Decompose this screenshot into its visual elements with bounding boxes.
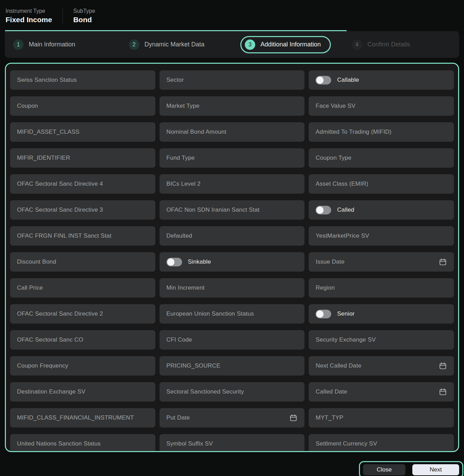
field-label: Defaulted — [166, 232, 192, 239]
toggle-switch[interactable] — [316, 206, 331, 214]
subtype-value: Bond — [73, 15, 95, 24]
text-field-admitted-to-trading-mifid[interactable]: Admitted To Trading (MIFID) — [309, 122, 454, 142]
field-label: European Union Sanction Status — [166, 310, 254, 317]
date-field-put-date[interactable]: Put Date — [160, 408, 305, 427]
date-field-next-called-date[interactable]: Next Called Date — [309, 356, 454, 376]
text-field-coupon-type[interactable]: Coupon Type — [309, 148, 454, 168]
text-field-coupon[interactable]: Coupon — [10, 96, 155, 116]
text-field-mifir-identifier[interactable]: MIFIR_IDENTIFIER — [10, 148, 155, 168]
text-field-region[interactable]: Region — [309, 278, 454, 298]
instrument-type-group: Instrument Type Fixed Income — [6, 8, 52, 24]
step-additional-information[interactable]: 3 Additional Information — [236, 36, 344, 53]
toggle-field-senior[interactable]: Senior — [309, 304, 454, 324]
text-field-sectoral-sanctioned-security[interactable]: Sectoral Sanctioned Security — [160, 382, 305, 402]
footer-button-group: Close Next — [359, 461, 463, 476]
text-field-destination-exchange-sv[interactable]: Destination Exchange SV — [10, 382, 155, 402]
field-label: Coupon Type — [316, 155, 351, 161]
calendar-icon[interactable] — [289, 414, 298, 422]
field-label: Next Called Date — [316, 362, 361, 369]
toggle-switch[interactable] — [166, 258, 182, 266]
calendar-icon[interactable] — [439, 388, 447, 396]
text-field-settlment-currency-sv[interactable]: Settlment Currency SV — [309, 434, 454, 452]
text-field-european-union-sanction-status[interactable]: European Union Sanction Status — [160, 304, 305, 324]
text-field-ofac-non-sdn-iranian-sanct-stat[interactable]: OFAC Non SDN Iranian Sanct Stat — [160, 200, 305, 220]
step-2-number: 2 — [129, 39, 139, 50]
field-label: Coupon Frequency — [17, 362, 68, 369]
text-field-discount-bond[interactable]: Discount Bond — [10, 252, 155, 272]
text-field-united-nations-sanction-status[interactable]: United Nations Sanction Status — [10, 434, 155, 452]
step-main-information[interactable]: 1 Main Information — [5, 39, 121, 50]
field-label: YestMarketPrice SV — [316, 232, 369, 239]
toggle-switch[interactable] — [316, 76, 331, 85]
text-field-ofac-sectoral-sanc-directive-4[interactable]: OFAC Sectoral Sanc Directive 4 — [10, 174, 155, 194]
step-3-number: 3 — [245, 39, 255, 50]
text-field-pricing-source[interactable]: PRICING_SOURCE — [160, 356, 305, 376]
text-field-security-exchange-sv[interactable]: Security Exchange SV — [309, 330, 454, 350]
additional-information-panel: Swiss Sanction StatusSectorCallableCoupo… — [5, 63, 459, 452]
toggle-field-callable[interactable]: Callable — [309, 70, 454, 90]
text-field-cfi-code[interactable]: CFI Code — [160, 330, 305, 350]
field-label: Coupon — [17, 103, 38, 109]
stepper: 1 Main Information 2 Dynamic Market Data… — [5, 31, 459, 58]
text-field-ofac-sectoral-sanc-co[interactable]: OFAC Sectoral Sanc CO — [10, 330, 155, 350]
field-label: Issue Date — [316, 258, 344, 265]
text-field-asset-class-emir[interactable]: Asset Class (EMIR) — [309, 174, 454, 194]
text-field-symbol-suffix-sv[interactable]: Symbol Suffix SV — [160, 434, 305, 452]
header-divider — [62, 8, 63, 24]
field-label: Security Exchange SV — [316, 336, 376, 343]
text-field-coupon-frequency[interactable]: Coupon Frequency — [10, 356, 155, 376]
calendar-icon[interactable] — [439, 362, 447, 370]
step-1-label: Main Information — [29, 41, 75, 48]
text-field-ofac-sectoral-sanc-directive-3[interactable]: OFAC Sectoral Sanc Directive 3 — [10, 200, 155, 220]
field-label: Settlment Currency SV — [316, 440, 377, 447]
active-step-highlight: 3 Additional Information — [240, 36, 331, 53]
step-2-label: Dynamic Market Data — [145, 41, 205, 48]
field-label: MIFIR_IDENTIFIER — [17, 155, 70, 161]
header: Instrument Type Fixed Income SubType Bon… — [0, 0, 464, 24]
text-field-min-increment[interactable]: Min Increment — [160, 278, 305, 298]
next-button[interactable]: Next — [412, 464, 459, 475]
text-field-mifid-asset-class[interactable]: MIFID_ASSET_CLASS — [10, 122, 155, 142]
field-label: Sectoral Sanctioned Security — [166, 388, 244, 395]
text-field-nominal-bond-amount[interactable]: Nominal Bond Amount — [160, 122, 305, 142]
text-field-swiss-sanction-status[interactable]: Swiss Sanction Status — [10, 70, 155, 90]
field-label: Sinkable — [188, 258, 211, 265]
text-field-face-value-sv[interactable]: Face Value SV — [309, 96, 454, 116]
field-label: Symbol Suffix SV — [166, 440, 213, 447]
toggle-switch[interactable] — [316, 310, 331, 318]
toggle-field-sinkable[interactable]: Sinkable — [160, 252, 305, 272]
toggle-knob — [316, 77, 324, 84]
field-label: Put Date — [166, 414, 190, 421]
text-field-defaulted[interactable]: Defaulted — [160, 226, 305, 246]
field-label: Fund Type — [166, 155, 195, 161]
toggle-field-called[interactable]: Called — [309, 200, 454, 220]
text-field-fund-type[interactable]: Fund Type — [160, 148, 305, 168]
text-field-yestmarketprice-sv[interactable]: YestMarketPrice SV — [309, 226, 454, 246]
text-field-myt-typ[interactable]: MYT_TYP — [309, 408, 454, 427]
close-button[interactable]: Close — [363, 464, 405, 475]
text-field-bics-level-2[interactable]: BICs Level 2 — [160, 174, 305, 194]
field-label: OFAC Sectoral Sanc Directive 2 — [17, 310, 103, 317]
text-field-mifid-class-financial-instrument[interactable]: MIFID_CLASS_FINANCIAL_INSTRUMENT — [10, 408, 155, 427]
text-field-ofac-sectoral-sanc-directive-2[interactable]: OFAC Sectoral Sanc Directive 2 — [10, 304, 155, 324]
field-label: Min Increment — [166, 284, 205, 291]
step-dynamic-market-data[interactable]: 2 Dynamic Market Data — [121, 39, 237, 50]
step-3-label: Additional Information — [260, 41, 321, 48]
calendar-icon[interactable] — [439, 258, 447, 266]
text-field-call-price[interactable]: Call Price — [10, 278, 155, 298]
date-field-issue-date[interactable]: Issue Date — [309, 252, 454, 272]
date-field-called-date[interactable]: Called Date — [309, 382, 454, 402]
field-label: Market Type — [166, 103, 199, 109]
footer: Close Next — [0, 457, 464, 476]
field-label: Face Value SV — [316, 103, 355, 109]
step-confirm-details[interactable]: 4 Confirm Details — [344, 39, 459, 50]
field-label: Called — [337, 206, 354, 213]
subtype-label: SubType — [73, 8, 95, 15]
field-label: MIFID_ASSET_CLASS — [17, 129, 79, 135]
field-label: Senior — [337, 310, 354, 317]
field-label: OFAC Non SDN Iranian Sanct Stat — [166, 206, 260, 213]
text-field-sector[interactable]: Sector — [160, 70, 305, 90]
text-field-market-type[interactable]: Market Type — [160, 96, 305, 116]
text-field-ofac-frgn-finl-inst-sanct-stat[interactable]: OFAC FRGN FINL INST Sanct Stat — [10, 226, 155, 246]
form-grid: Swiss Sanction StatusSectorCallableCoupo… — [10, 70, 454, 452]
